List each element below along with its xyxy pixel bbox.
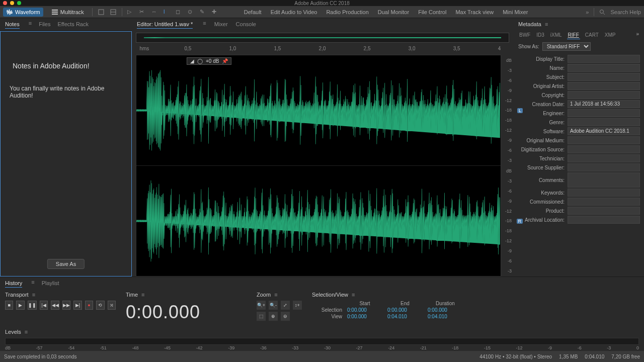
metadata-value-input[interactable]: Adobe Audition CC 2018.1 bbox=[568, 127, 640, 135]
stop-button[interactable]: ■ bbox=[5, 301, 13, 310]
metadata-value-input[interactable] bbox=[568, 118, 640, 126]
close-window-button[interactable] bbox=[3, 1, 7, 5]
zoom-in-v-button[interactable]: ↕+ bbox=[293, 301, 302, 310]
selview-menu-icon[interactable]: ≡ bbox=[352, 292, 355, 298]
waveform-mode-button[interactable]: Waveform bbox=[3, 8, 43, 17]
workspace-edit-audio-to-video[interactable]: Edit Audio to Video bbox=[271, 9, 317, 15]
tab-editor-file[interactable]: Editor: Untitled 1.wav * bbox=[137, 20, 193, 29]
waveform-overview[interactable] bbox=[136, 33, 509, 43]
metadata-tab-cart[interactable]: CART bbox=[584, 31, 600, 39]
metadata-value-input[interactable] bbox=[568, 189, 640, 197]
rewind-button[interactable]: ◀◀ bbox=[51, 301, 59, 310]
time-menu-icon[interactable]: ≡ bbox=[141, 292, 144, 298]
loop-button[interactable]: ⟲ bbox=[96, 301, 104, 310]
move-tool-icon[interactable]: ▷ bbox=[127, 9, 134, 16]
metadata-value-input[interactable] bbox=[568, 73, 640, 81]
save-as-button[interactable]: Save As bbox=[47, 259, 85, 269]
lasso-tool-icon[interactable]: ⊙ bbox=[188, 9, 195, 16]
pause-button[interactable]: ❚❚ bbox=[28, 301, 37, 310]
metadata-value-input[interactable] bbox=[568, 216, 640, 224]
sv-value[interactable]: 0:04.010 bbox=[387, 314, 423, 319]
metadata-tab-xmp[interactable]: XMP bbox=[604, 31, 617, 39]
zoom-out-h-button[interactable]: 🔍- bbox=[269, 301, 278, 310]
spectral-pitch-icon[interactable] bbox=[110, 9, 117, 16]
zoom-in-h-button[interactable]: 🔍+ bbox=[257, 301, 266, 310]
sv-value[interactable]: 0:00.000 bbox=[428, 307, 463, 313]
metadata-value-input[interactable] bbox=[568, 145, 640, 153]
metadata-value-input[interactable] bbox=[568, 207, 640, 215]
tab-history[interactable]: History bbox=[5, 279, 22, 288]
tab-files[interactable]: Files bbox=[39, 20, 50, 29]
metadata-tabs-overflow-icon[interactable]: » bbox=[636, 31, 639, 39]
metadata-value-input[interactable] bbox=[568, 91, 640, 99]
zoom-out-full-button[interactable]: ⤢ bbox=[281, 301, 290, 310]
zoom-menu-icon[interactable]: ≡ bbox=[274, 292, 277, 298]
tab-console[interactable]: Console bbox=[236, 20, 256, 29]
tab-notes[interactable]: Notes bbox=[5, 20, 20, 29]
metadata-value-input[interactable] bbox=[568, 154, 640, 162]
search-help-label[interactable]: Search Help bbox=[610, 9, 641, 15]
search-icon[interactable] bbox=[599, 9, 605, 15]
metadata-tab-riff[interactable]: RIFF bbox=[567, 31, 580, 39]
sv-value[interactable]: 0:00.000 bbox=[347, 307, 382, 313]
metadata-value-input[interactable] bbox=[568, 64, 640, 72]
play-button[interactable]: ▶ bbox=[16, 301, 24, 310]
time-display[interactable]: 0:00.000 bbox=[126, 302, 247, 323]
forward-button[interactable]: ▶▶ bbox=[62, 301, 70, 310]
metadata-value-input[interactable] bbox=[568, 109, 640, 117]
hud-overlay[interactable]: ◢ ◯ +0 dB 📌 bbox=[187, 57, 231, 65]
level-meter[interactable] bbox=[5, 338, 639, 345]
brush-tool-icon[interactable]: ✎ bbox=[200, 9, 207, 16]
timeline-ruler[interactable]: hms0,51,01,52,02,53,03,54 bbox=[136, 45, 509, 55]
record-button[interactable]: ● bbox=[85, 301, 93, 310]
time-selection-tool-icon[interactable]: I bbox=[164, 9, 171, 16]
metadata-value-input[interactable] bbox=[568, 163, 640, 171]
metadata-tab-id3[interactable]: ID3 bbox=[535, 31, 545, 39]
zoom-selection-button[interactable]: ⬚ bbox=[257, 312, 266, 321]
workspace-file-control[interactable]: File Control bbox=[418, 9, 446, 15]
tab-effects-rack[interactable]: Effects Rack bbox=[57, 20, 89, 29]
levels-menu-icon[interactable]: ≡ bbox=[25, 329, 28, 335]
notes-menu-icon[interactable]: ≡ bbox=[29, 20, 32, 29]
metadata-value-input[interactable]: 1 Jul 2018 at 14:56:33 bbox=[568, 100, 640, 108]
editor-menu-icon[interactable]: ≡ bbox=[203, 20, 206, 29]
pin-icon[interactable]: 📌 bbox=[222, 58, 228, 64]
waveform-display[interactable]: ◢ ◯ +0 dB 📌 dB-3-6-9-12-18-18-12-9-6-3 L… bbox=[136, 55, 501, 277]
metadata-tab-bwf[interactable]: BWF bbox=[518, 31, 531, 39]
metadata-menu-icon[interactable]: ≡ bbox=[545, 21, 548, 27]
workspace-dual-monitor[interactable]: Dual Monitor bbox=[378, 9, 409, 15]
workspace-default[interactable]: Default bbox=[244, 9, 262, 15]
sv-value[interactable]: 0:04.010 bbox=[428, 314, 463, 319]
transport-menu-icon[interactable]: ≡ bbox=[32, 292, 35, 298]
volume-icon[interactable]: ◢ bbox=[190, 58, 194, 64]
sv-value[interactable]: 0:00.000 bbox=[347, 314, 382, 319]
notes-body-text[interactable]: You can finally write notes in Adobe Aud… bbox=[10, 85, 124, 99]
skip-back-button[interactable]: |◀ bbox=[40, 301, 48, 310]
hud-knob-icon[interactable]: ◯ bbox=[197, 58, 203, 64]
multitrack-mode-button[interactable]: Multitrack bbox=[48, 8, 87, 17]
show-as-select[interactable]: Standard RIFF bbox=[542, 42, 591, 51]
metadata-value-input[interactable] bbox=[568, 198, 640, 206]
workspace-max-track-view[interactable]: Max Track view bbox=[455, 9, 494, 15]
sv-value[interactable]: 0:00.000 bbox=[387, 307, 423, 313]
slip-tool-icon[interactable]: ↔ bbox=[151, 9, 158, 16]
metadata-value-input[interactable] bbox=[568, 55, 640, 63]
heal-tool-icon[interactable]: ✚ bbox=[212, 9, 219, 16]
metadata-value-input[interactable] bbox=[568, 82, 640, 90]
history-menu-icon[interactable]: ≡ bbox=[31, 279, 34, 288]
minimize-window-button[interactable] bbox=[10, 1, 14, 5]
workspace-radio-production[interactable]: Radio Production bbox=[326, 9, 368, 15]
metadata-value-input[interactable] bbox=[568, 136, 640, 144]
metadata-value-input[interactable] bbox=[568, 172, 640, 188]
razor-tool-icon[interactable]: ✂ bbox=[139, 9, 146, 16]
workspace-mini-mixer[interactable]: Mini Mixer bbox=[503, 9, 528, 15]
skip-selection-button[interactable]: ⤭ bbox=[108, 301, 116, 310]
zoom-in-point-button[interactable]: ⊕ bbox=[269, 312, 278, 321]
tab-mixer[interactable]: Mixer bbox=[214, 20, 228, 29]
overflow-icon[interactable]: » bbox=[586, 9, 589, 15]
tab-playlist[interactable]: Playlist bbox=[42, 279, 59, 288]
spectral-frequency-icon[interactable] bbox=[98, 9, 105, 16]
zoom-out-point-button[interactable]: ⊖ bbox=[281, 312, 290, 321]
marquee-tool-icon[interactable]: ◻ bbox=[176, 9, 183, 16]
metadata-tab-ixml[interactable]: iXML bbox=[549, 31, 563, 39]
